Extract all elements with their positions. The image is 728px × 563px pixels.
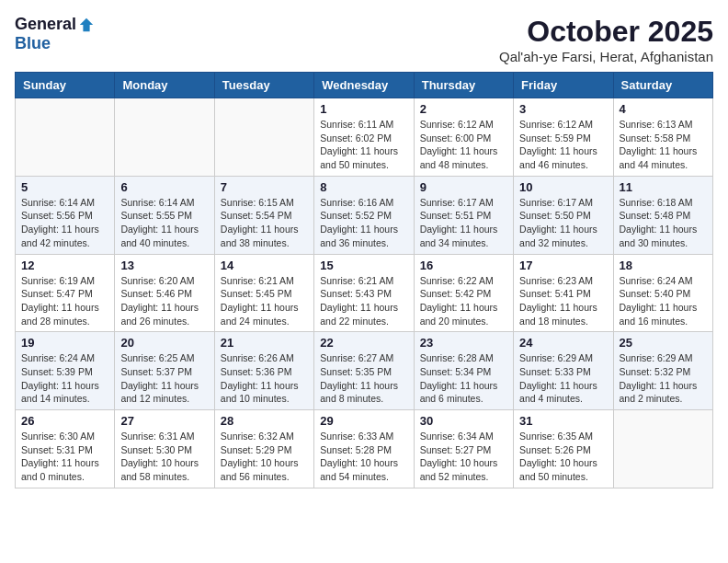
day-number: 10 (519, 180, 607, 194)
weekday-header-thursday: Thursday (414, 73, 513, 98)
calendar-day-cell: 1Sunrise: 6:11 AM Sunset: 6:02 PM Daylig… (314, 98, 414, 177)
day-number: 16 (420, 259, 507, 272)
day-number: 12 (21, 259, 108, 272)
day-info: Sunrise: 6:31 AM Sunset: 5:30 PM Dayligh… (120, 430, 208, 484)
day-number: 5 (21, 180, 108, 194)
day-info: Sunrise: 6:29 AM Sunset: 5:32 PM Dayligh… (620, 351, 707, 406)
calendar-day-cell: 6Sunrise: 6:14 AM Sunset: 5:55 PM Daylig… (115, 176, 214, 254)
location-title: Qal'ah-ye Farsi, Herat, Afghanistan (499, 49, 713, 64)
weekday-header-monday: Monday (115, 73, 214, 98)
logo: General Blue (15, 15, 95, 53)
calendar-day-cell: 27Sunrise: 6:31 AM Sunset: 5:30 PM Dayli… (115, 410, 214, 488)
calendar-day-cell: 22Sunrise: 6:27 AM Sunset: 5:35 PM Dayli… (314, 332, 414, 410)
title-block: October 2025 Qal'ah-ye Farsi, Herat, Afg… (499, 15, 713, 64)
day-info: Sunrise: 6:35 AM Sunset: 5:26 PM Dayligh… (519, 430, 607, 484)
day-info: Sunrise: 6:24 AM Sunset: 5:39 PM Dayligh… (21, 351, 108, 406)
calendar-day-cell: 30Sunrise: 6:34 AM Sunset: 5:27 PM Dayli… (414, 410, 513, 488)
day-info: Sunrise: 6:19 AM Sunset: 5:47 PM Dayligh… (21, 274, 108, 328)
logo-icon (78, 17, 95, 33)
day-number: 14 (221, 259, 308, 272)
calendar-day-cell: 26Sunrise: 6:30 AM Sunset: 5:31 PM Dayli… (16, 410, 115, 488)
day-number: 26 (21, 414, 108, 428)
day-number: 25 (620, 336, 707, 350)
calendar-day-cell: 19Sunrise: 6:24 AM Sunset: 5:39 PM Dayli… (16, 332, 115, 410)
day-info: Sunrise: 6:23 AM Sunset: 5:41 PM Dayligh… (519, 274, 607, 328)
weekday-header-tuesday: Tuesday (214, 73, 313, 98)
day-info: Sunrise: 6:18 AM Sunset: 5:48 PM Dayligh… (620, 196, 707, 250)
calendar-day-cell: 11Sunrise: 6:18 AM Sunset: 5:48 PM Dayli… (613, 176, 712, 254)
calendar-week-row: 19Sunrise: 6:24 AM Sunset: 5:39 PM Dayli… (16, 332, 713, 410)
calendar-day-cell: 29Sunrise: 6:33 AM Sunset: 5:28 PM Dayli… (314, 410, 414, 488)
calendar-day-cell: 17Sunrise: 6:23 AM Sunset: 5:41 PM Dayli… (514, 254, 613, 332)
day-number: 18 (620, 259, 707, 272)
day-info: Sunrise: 6:25 AM Sunset: 5:37 PM Dayligh… (120, 351, 208, 406)
day-number: 21 (221, 336, 308, 350)
calendar-day-cell: 21Sunrise: 6:26 AM Sunset: 5:36 PM Dayli… (214, 332, 313, 410)
logo-blue: Blue (15, 34, 51, 53)
calendar-day-cell: 14Sunrise: 6:21 AM Sunset: 5:45 PM Dayli… (214, 254, 313, 332)
day-number: 31 (519, 414, 607, 428)
svg-marker-0 (80, 17, 93, 30)
calendar-day-cell: 4Sunrise: 6:13 AM Sunset: 5:58 PM Daylig… (613, 98, 712, 177)
calendar-week-row: 12Sunrise: 6:19 AM Sunset: 5:47 PM Dayli… (16, 254, 713, 332)
day-info: Sunrise: 6:33 AM Sunset: 5:28 PM Dayligh… (320, 430, 407, 484)
calendar-day-cell: 18Sunrise: 6:24 AM Sunset: 5:40 PM Dayli… (613, 254, 712, 332)
day-number: 15 (320, 259, 407, 272)
day-info: Sunrise: 6:24 AM Sunset: 5:40 PM Dayligh… (620, 274, 707, 328)
day-info: Sunrise: 6:14 AM Sunset: 5:55 PM Dayligh… (120, 196, 208, 250)
day-number: 1 (320, 102, 407, 116)
day-info: Sunrise: 6:11 AM Sunset: 6:02 PM Dayligh… (320, 118, 407, 172)
calendar-empty-cell (16, 98, 115, 177)
day-info: Sunrise: 6:21 AM Sunset: 5:45 PM Dayligh… (221, 274, 308, 328)
day-number: 19 (21, 336, 108, 350)
calendar-day-cell: 7Sunrise: 6:15 AM Sunset: 5:54 PM Daylig… (214, 176, 313, 254)
day-number: 6 (120, 180, 208, 194)
day-info: Sunrise: 6:17 AM Sunset: 5:51 PM Dayligh… (420, 196, 507, 250)
calendar-day-cell: 8Sunrise: 6:16 AM Sunset: 5:52 PM Daylig… (314, 176, 414, 254)
calendar-day-cell: 20Sunrise: 6:25 AM Sunset: 5:37 PM Dayli… (115, 332, 214, 410)
calendar-day-cell: 2Sunrise: 6:12 AM Sunset: 6:00 PM Daylig… (414, 98, 513, 177)
day-info: Sunrise: 6:29 AM Sunset: 5:33 PM Dayligh… (519, 351, 607, 406)
weekday-header-wednesday: Wednesday (314, 73, 414, 98)
day-info: Sunrise: 6:34 AM Sunset: 5:27 PM Dayligh… (420, 430, 507, 484)
calendar-day-cell: 12Sunrise: 6:19 AM Sunset: 5:47 PM Dayli… (16, 254, 115, 332)
day-info: Sunrise: 6:30 AM Sunset: 5:31 PM Dayligh… (21, 430, 108, 484)
day-number: 20 (120, 336, 208, 350)
logo-general: General (15, 15, 76, 34)
day-info: Sunrise: 6:28 AM Sunset: 5:34 PM Dayligh… (420, 351, 507, 406)
calendar-week-row: 5Sunrise: 6:14 AM Sunset: 5:56 PM Daylig… (16, 176, 713, 254)
calendar-day-cell: 5Sunrise: 6:14 AM Sunset: 5:56 PM Daylig… (16, 176, 115, 254)
weekday-header-friday: Friday (514, 73, 613, 98)
day-info: Sunrise: 6:27 AM Sunset: 5:35 PM Dayligh… (320, 351, 407, 406)
day-number: 17 (519, 259, 607, 272)
month-title: October 2025 (499, 15, 713, 49)
day-info: Sunrise: 6:13 AM Sunset: 5:58 PM Dayligh… (620, 118, 707, 172)
day-number: 22 (320, 336, 407, 350)
calendar-week-row: 1Sunrise: 6:11 AM Sunset: 6:02 PM Daylig… (16, 98, 713, 177)
weekday-header-saturday: Saturday (613, 73, 712, 98)
day-info: Sunrise: 6:12 AM Sunset: 5:59 PM Dayligh… (519, 118, 607, 172)
calendar-week-row: 26Sunrise: 6:30 AM Sunset: 5:31 PM Dayli… (16, 410, 713, 488)
calendar-day-cell: 23Sunrise: 6:28 AM Sunset: 5:34 PM Dayli… (414, 332, 513, 410)
day-number: 30 (420, 414, 507, 428)
day-number: 7 (221, 180, 308, 194)
calendar-empty-cell (214, 98, 313, 177)
day-number: 4 (620, 102, 707, 116)
day-number: 11 (620, 180, 707, 194)
day-number: 28 (221, 414, 308, 428)
day-number: 8 (320, 180, 407, 194)
day-info: Sunrise: 6:14 AM Sunset: 5:56 PM Dayligh… (21, 196, 108, 250)
day-info: Sunrise: 6:21 AM Sunset: 5:43 PM Dayligh… (320, 274, 407, 328)
calendar-day-cell: 24Sunrise: 6:29 AM Sunset: 5:33 PM Dayli… (514, 332, 613, 410)
day-info: Sunrise: 6:17 AM Sunset: 5:50 PM Dayligh… (519, 196, 607, 250)
day-info: Sunrise: 6:12 AM Sunset: 6:00 PM Dayligh… (420, 118, 507, 172)
day-number: 24 (519, 336, 607, 350)
calendar-day-cell: 15Sunrise: 6:21 AM Sunset: 5:43 PM Dayli… (314, 254, 414, 332)
weekday-header-sunday: Sunday (16, 73, 115, 98)
page-header: General Blue October 2025 Qal'ah-ye Fars… (15, 15, 713, 64)
day-info: Sunrise: 6:20 AM Sunset: 5:46 PM Dayligh… (120, 274, 208, 328)
day-number: 23 (420, 336, 507, 350)
calendar-day-cell: 28Sunrise: 6:32 AM Sunset: 5:29 PM Dayli… (214, 410, 313, 488)
weekday-header-row: SundayMondayTuesdayWednesdayThursdayFrid… (16, 73, 713, 98)
calendar-empty-cell (613, 410, 712, 488)
